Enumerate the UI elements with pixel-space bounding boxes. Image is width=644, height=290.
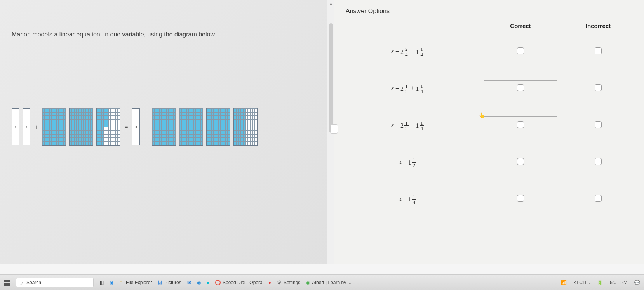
grid-full-4	[179, 108, 203, 146]
taskbar-edge2[interactable]: ◎	[197, 280, 201, 285]
option-equation: x = 224 − 114	[334, 41, 482, 63]
answer-row: x = 112	[334, 144, 644, 181]
taskbar-settings[interactable]: ⚙ Settings	[277, 280, 300, 285]
answer-row: x = 224 − 114	[334, 33, 644, 70]
header-incorrect: Incorrect	[559, 23, 637, 29]
panel-resize-handle[interactable]: ⋮⋮	[330, 124, 338, 134]
header-correct: Correct	[482, 23, 559, 29]
pictures-icon: 🖼	[158, 280, 162, 285]
taskbar-app2[interactable]: ●	[268, 280, 271, 285]
equation-diagram: x x + = x +	[12, 108, 322, 146]
search-placeholder: Search	[26, 280, 41, 285]
checkbox-incorrect[interactable]	[595, 121, 602, 128]
checkbox-correct[interactable]	[517, 47, 524, 54]
taskbar-klci[interactable]: KLCI i...	[574, 280, 590, 285]
taskbar-pictures[interactable]: 🖼 Pictures	[158, 280, 181, 285]
scroll-up-icon[interactable]: ▲	[329, 2, 333, 6]
grid-partial-right	[233, 108, 258, 146]
taskbar-app[interactable]: ●	[207, 280, 209, 285]
checkbox-correct[interactable]	[517, 84, 524, 91]
option-equation: x = 114	[334, 188, 482, 210]
taskbar: ⌕ Search ◧ ◉ 🗀 File Explorer 🖼 Pictures …	[0, 274, 644, 290]
start-button[interactable]	[4, 280, 10, 286]
answer-panel: Answer Options Correct Incorrect x = 224…	[334, 0, 644, 264]
checkbox-correct[interactable]	[517, 158, 524, 165]
grid-partial-left	[96, 108, 120, 146]
checkbox-incorrect[interactable]	[595, 47, 602, 54]
checkbox-incorrect[interactable]	[595, 84, 602, 91]
taskbar-albert[interactable]: ◉ Albert | Learn by ...	[306, 280, 351, 285]
taskbar-edge[interactable]: ◉	[110, 280, 113, 285]
taskbar-clock[interactable]: 5:01 PM	[610, 280, 627, 285]
taskbar-file-explorer[interactable]: 🗀 File Explorer	[119, 280, 152, 285]
checkbox-correct[interactable]	[517, 195, 524, 202]
taskbar-network[interactable]: 📶	[561, 280, 567, 285]
taskbar-battery[interactable]: 🔋	[597, 280, 603, 285]
answer-row: x = 114	[334, 181, 644, 217]
folder-icon: 🗀	[119, 280, 124, 285]
tile-x: x	[12, 108, 19, 145]
option-equation: x = 212 + 114	[334, 78, 482, 100]
search-icon: ⌕	[20, 280, 23, 285]
chrome-icon: ◉	[306, 280, 310, 285]
checkbox-incorrect[interactable]	[595, 158, 602, 165]
operator-equals: =	[125, 124, 128, 130]
taskbar-notifications[interactable]: 💬	[634, 280, 640, 285]
operator-plus: +	[35, 124, 38, 130]
tile-x: x	[23, 108, 30, 145]
tile-x: x	[132, 108, 140, 145]
scroll-thumb[interactable]	[329, 23, 333, 132]
grid-full-2	[69, 108, 93, 146]
gear-icon: ⚙	[277, 280, 282, 285]
search-box[interactable]: ⌕ Search	[16, 278, 94, 287]
answer-row: x = 212 − 114	[334, 107, 644, 144]
option-equation: x = 212 − 114	[334, 115, 482, 137]
checkbox-correct[interactable]	[517, 121, 524, 128]
checkbox-incorrect[interactable]	[595, 195, 602, 202]
taskbar-mail[interactable]: ✉	[187, 280, 191, 285]
option-equation: x = 112	[334, 151, 482, 174]
opera-icon	[215, 280, 221, 285]
grid-full-3	[152, 108, 176, 146]
answer-row: x = 212 + 114 👆	[334, 70, 644, 107]
grid-full-1	[42, 108, 66, 146]
grid-full-5	[206, 108, 230, 146]
taskbar-task-view[interactable]: ◧	[99, 280, 104, 285]
operator-plus: +	[144, 124, 147, 130]
taskbar-opera[interactable]: Speed Dial - Opera	[215, 280, 263, 285]
answer-table-header: Correct Incorrect	[334, 19, 644, 33]
question-prompt: Marion models a linear equation, in one …	[12, 31, 322, 38]
question-panel: Marion models a linear equation, in one …	[0, 0, 334, 264]
answer-options-title: Answer Options	[334, 0, 644, 19]
